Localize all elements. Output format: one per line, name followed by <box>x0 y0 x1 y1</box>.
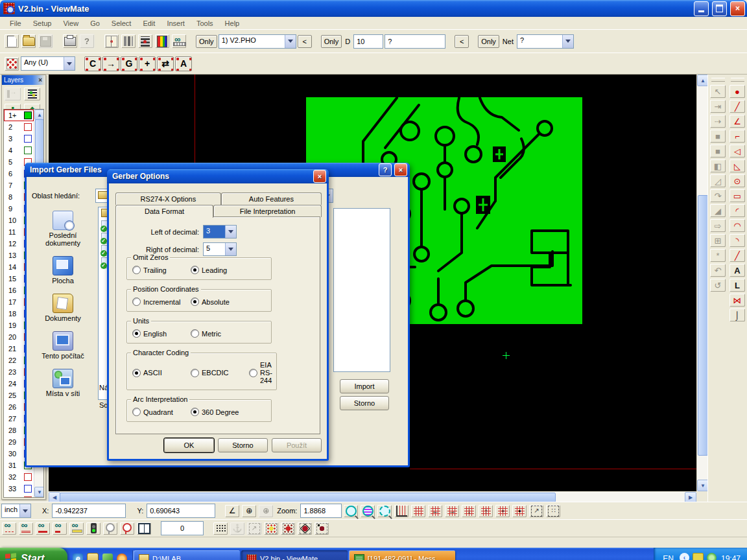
view-polygons-icon[interactable] <box>35 522 51 535</box>
menu-item[interactable]: Go <box>84 18 106 29</box>
menu-item[interactable]: Tools <box>191 18 219 29</box>
x-coordinate-value[interactable]: -0.942237 <box>52 504 126 518</box>
toolbar-grip[interactable] <box>711 78 725 82</box>
film-button[interactable] <box>137 34 153 49</box>
place-recent-documents[interactable]: Poslední dokumenty <box>33 211 93 247</box>
radio-option[interactable]: Leading <box>191 266 246 274</box>
close-icon[interactable]: × <box>37 76 43 84</box>
taskbar-button[interactable]: V2.bin - ViewMate <box>241 550 348 560</box>
goto-arrow-icon[interactable]: → <box>102 56 119 71</box>
radio-button-icon[interactable] <box>132 266 141 274</box>
pattern-flash-icon[interactable] <box>263 522 279 535</box>
radio-button-icon[interactable] <box>191 369 199 377</box>
fill-square2-icon[interactable]: ■ <box>709 144 726 158</box>
mirror-horizontal-icon[interactable]: ◿ <box>709 174 726 188</box>
menu-item[interactable]: Insert <box>161 18 191 29</box>
grid-dots-icon[interactable] <box>213 522 228 535</box>
horizontal-scroll-thumb[interactable] <box>60 493 556 502</box>
radio-button-icon[interactable] <box>132 369 141 377</box>
radio-button-icon[interactable] <box>191 329 199 338</box>
layer-row[interactable]: 34 <box>4 495 34 498</box>
layer-row[interactable]: 4 <box>4 145 34 156</box>
menu-item[interactable]: Edit <box>137 18 161 29</box>
left-of-decimal-combo[interactable]: 3 <box>203 225 237 239</box>
select-gerber-icon[interactable]: G <box>121 56 137 71</box>
rotate-icon[interactable]: ↷ <box>709 189 726 203</box>
gerber-options-titlebar[interactable]: Gerber Options × <box>107 169 329 183</box>
import-cancel-button[interactable]: Storno <box>340 396 389 410</box>
only-dcode-toggle[interactable]: Only <box>321 35 342 48</box>
start-button[interactable]: Start <box>0 548 67 560</box>
internet-explorer-icon[interactable]: e <box>73 554 83 560</box>
folders-icon[interactable] <box>87 553 99 560</box>
chevron-down-icon[interactable] <box>64 57 75 70</box>
draw-line-icon[interactable]: ╱ <box>729 99 746 113</box>
layer-color-swatch[interactable] <box>24 473 32 481</box>
draw-triangle-icon[interactable]: ◺ <box>729 159 746 173</box>
view-pads-icon[interactable] <box>1 522 17 535</box>
any-filter-button[interactable] <box>4 56 19 71</box>
icq-tray-icon[interactable] <box>707 553 717 560</box>
pan-up-icon[interactable]: ↑ <box>478 504 493 518</box>
close-button[interactable]: × <box>730 1 745 16</box>
settings-gear-icon[interactable]: * <box>709 248 726 262</box>
counter-input[interactable]: 0 <box>161 521 204 535</box>
layer-color-swatch[interactable] <box>24 485 32 493</box>
previous-net-button[interactable]: < <box>455 35 469 48</box>
layers-panel-titlebar[interactable]: Layers × <box>2 75 45 85</box>
select-component-icon[interactable]: C <box>84 56 101 71</box>
pattern-round-icon[interactable] <box>280 522 296 535</box>
taskbar-button[interactable]: D:\MLAB <box>134 550 240 560</box>
inspect-measure-button[interactable] <box>171 34 187 49</box>
radio-option[interactable]: Quadrant <box>132 408 188 416</box>
unit-combo[interactable]: inch <box>1 504 31 518</box>
highlight-traffic-icon[interactable] <box>86 522 101 535</box>
draw-corner-icon[interactable]: ⌐ <box>729 129 746 143</box>
radio-button-icon[interactable] <box>132 329 141 338</box>
view-window-icon[interactable]: ▫ <box>495 504 510 518</box>
only-net-toggle[interactable]: Only <box>478 35 499 48</box>
print-button[interactable] <box>62 34 78 49</box>
layer-color-swatch[interactable] <box>24 496 32 498</box>
scroll-down-icon[interactable]: ▼ <box>34 487 44 497</box>
draw-arc3-icon[interactable]: ◝ <box>729 233 746 248</box>
stretch-move-icon[interactable]: ↗ <box>246 522 262 535</box>
stretch-diagonal-icon[interactable]: ↗ <box>528 504 544 518</box>
place-documents[interactable]: Dokumenty <box>33 294 93 322</box>
radio-button-icon[interactable] <box>191 298 199 306</box>
radio-option[interactable]: English <box>132 329 188 338</box>
pan-right-icon[interactable]: → <box>444 504 460 518</box>
previous-dcode-button[interactable]: < <box>298 35 312 48</box>
toolbar-grip[interactable] <box>731 78 744 82</box>
origin-crosshair-icon[interactable]: ⊕ <box>241 504 257 518</box>
select-pointer-icon[interactable]: ↖ <box>709 84 726 99</box>
radio-button-icon[interactable] <box>132 298 141 306</box>
cancel-button[interactable]: Storno <box>218 438 268 452</box>
open-file-button[interactable] <box>21 34 36 49</box>
select-region-icon[interactable]: ∷ <box>545 504 561 518</box>
draw-text-icon[interactable]: A <box>729 263 746 277</box>
pad-view-button[interactable] <box>104 34 119 49</box>
select-pad-icon[interactable]: + <box>139 56 156 71</box>
draw-sketch-icon[interactable]: ╱ <box>729 248 746 262</box>
layer-row[interactable]: 3 <box>4 133 34 145</box>
context-help-button[interactable]: ? <box>79 34 95 49</box>
mirror-vertical-icon[interactable]: ◧ <box>709 159 726 173</box>
scroll-up-icon[interactable]: ▲ <box>34 110 44 120</box>
radio-option[interactable]: Metric <box>191 329 246 338</box>
radio-button-icon[interactable] <box>191 408 199 416</box>
layer-color-swatch[interactable] <box>24 135 32 143</box>
zoom-select-icon[interactable] <box>377 504 392 518</box>
chevron-down-icon[interactable] <box>562 35 573 48</box>
radio-option[interactable]: 360 Degree <box>191 408 246 416</box>
film-chart-icon[interactable] <box>394 504 409 518</box>
draw-hook-icon[interactable]: ⌡ <box>729 308 746 322</box>
view-sketch-icon[interactable] <box>69 522 84 535</box>
radio-button-icon[interactable] <box>132 408 141 416</box>
chevron-down-icon[interactable] <box>19 504 30 517</box>
polar-target-icon[interactable]: ⊕ <box>258 504 274 518</box>
radio-button-icon[interactable] <box>191 266 199 274</box>
swap-selection-icon[interactable]: ⇄ <box>157 56 174 71</box>
chevron-down-icon[interactable] <box>225 226 236 238</box>
vertical-scroll-thumb[interactable] <box>698 195 708 456</box>
